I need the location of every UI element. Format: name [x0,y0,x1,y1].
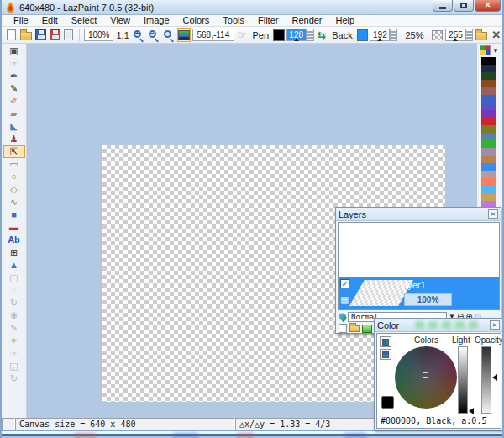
select-rotate-tool[interactable]: ↻ [3,297,25,309]
palette-dropdown-icon[interactable]: ▼ [492,47,499,55]
palette-swatch[interactable] [481,178,496,186]
select-ellipse-tool[interactable]: ◌ [3,284,25,297]
back-opacity-spinner[interactable]: 192 [370,29,397,41]
palette-swatch[interactable] [481,95,496,103]
title-bar[interactable]: 640x480 - LazPaint 7.0.5 (32-bit) ✕ [2,0,502,15]
texture-button[interactable] [431,28,444,42]
toggle-layers-window-button[interactable] [177,28,191,42]
light-slider-marker[interactable] [469,408,474,414]
back-color-swatch[interactable] [357,29,369,41]
layers-panel-titlebar[interactable]: Layers ✕ [336,208,501,221]
opacity-slider[interactable] [481,346,491,414]
menu-view[interactable]: View [103,15,137,26]
zoom-level-field[interactable]: 100% [84,29,114,41]
palette-swatch[interactable] [481,163,496,171]
new-file-button[interactable] [5,28,18,42]
palette-swatch[interactable] [481,186,496,193]
back-opacity-up-button[interactable] [390,29,397,35]
maximize-button[interactable] [454,0,474,12]
minimize-button[interactable] [433,0,453,12]
palette-swatch[interactable] [481,110,496,118]
opacity-slider-marker[interactable] [492,374,497,381]
palette-swatch[interactable] [481,80,496,87]
layer-opacity-slider[interactable]: 100% [404,293,452,306]
texture-opacity-up-button[interactable] [465,29,473,35]
swap-fg-bg-button[interactable] [380,349,391,360]
menu-file[interactable]: File [7,15,35,26]
palette-swatch[interactable] [481,87,496,95]
palette-swatch[interactable] [481,171,496,178]
palette-swatch[interactable] [481,193,496,201]
menu-edit[interactable]: Edit [35,15,65,26]
texture-opacity-spinner[interactable]: 255 [445,29,473,41]
color-panel-close-button[interactable]: ✕ [490,320,500,330]
reset-colors-button[interactable] [380,336,391,347]
magic-wand-tool[interactable]: ✶ [3,335,25,347]
resize-selection-tool[interactable]: ◲ [3,360,25,372]
menu-select[interactable]: Select [65,15,104,26]
palette-swatch[interactable] [481,72,496,80]
palette-swatch[interactable] [481,57,496,65]
zoom-fit-button[interactable] [162,28,176,42]
color-panel-titlebar[interactable]: Color ✕ [375,319,502,332]
copy-button[interactable] [63,28,76,42]
move-selection-disabled-tool[interactable]: ☞ [3,347,25,360]
pen-opacity-spinner[interactable]: 128 [286,29,314,41]
hand-button[interactable]: ☞ [236,28,249,42]
palette-swatch[interactable] [481,148,496,156]
select-rect-tool[interactable]: ▢ [3,272,25,284]
color-wheel[interactable] [395,346,457,409]
frame-tool[interactable]: ▣ [3,45,25,57]
layer-perspective-tool[interactable]: ▲ [3,259,25,272]
move-selection-tool[interactable]: ⇱ [3,145,25,158]
curve-tool[interactable]: ∿ [3,196,25,208]
menu-render[interactable]: Render [285,15,328,26]
texture-opacity-value[interactable]: 255 [445,29,465,41]
layers-panel-close-button[interactable]: ✕ [488,209,498,219]
eraser-tool[interactable]: ▰ [3,108,25,120]
back-opacity-down-button[interactable] [390,35,397,42]
open-file-button[interactable] [19,28,33,42]
save-as-button[interactable] [49,28,61,42]
duplicate-layer-button[interactable] [362,325,372,333]
add-layer-button[interactable] [339,324,347,333]
swap-colors-button[interactable]: ⇆ [316,28,328,42]
pen-opacity-down-button[interactable] [307,35,314,42]
pen-color-swatch[interactable] [273,29,285,41]
gradient-tool[interactable]: ■ [3,208,25,221]
select-pen-tool[interactable]: ✎ [3,322,25,335]
polygon-tool[interactable]: ◇ [3,183,25,196]
palette-swatch[interactable] [481,103,496,110]
menu-image[interactable]: Image [137,15,176,26]
palette-icon[interactable] [480,45,491,55]
menu-colors[interactable]: Colors [176,15,217,26]
clonestamp-tool[interactable]: ♟ [3,133,25,145]
palette-swatch[interactable] [481,65,496,72]
filled-rect-tool[interactable]: ▬ [3,221,25,234]
load-texture-button[interactable] [475,28,488,42]
texture-opacity-down-button[interactable] [465,35,473,42]
brush-tool[interactable]: ✐ [3,95,25,108]
menu-help[interactable]: Help [329,15,362,26]
palette-swatch[interactable] [481,133,496,140]
colorpicker-tool[interactable]: ✒ [3,70,25,82]
layer-row[interactable]: ✓ ▦ Layer1 100% [339,277,499,309]
save-button[interactable] [34,28,47,42]
back-opacity-value[interactable]: 192 [370,29,390,41]
select-scale-tool[interactable]: ✾ [3,309,25,322]
menu-filter[interactable]: Filter [251,15,285,26]
zoom-out-button[interactable]: − [147,28,160,42]
remove-texture-button[interactable]: ✕ [490,28,502,42]
current-color-swatch[interactable] [381,396,394,409]
layer-visibility-checkbox[interactable]: ✓ [340,279,349,288]
palette-swatch[interactable] [481,140,496,148]
hand-tool[interactable]: ☞ [3,57,25,70]
zoom-1-1-button[interactable]: 1:1 [115,28,129,42]
zoom-in-button[interactable]: + [132,28,145,42]
light-slider[interactable] [458,346,468,414]
deformation-grid-tool[interactable]: ⊞ [3,246,25,259]
palette-swatch[interactable] [481,125,496,133]
close-button[interactable]: ✕ [475,0,501,12]
menu-tools[interactable]: Tools [216,15,251,26]
pen-opacity-value[interactable]: 128 [286,29,307,41]
